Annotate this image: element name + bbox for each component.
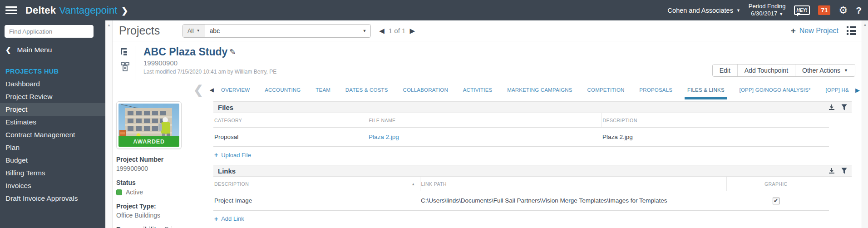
search-filter-dropdown[interactable]: All ▼	[183, 25, 205, 37]
link-path-cell: C:\Users\linds\Documents\Full Sail Partn…	[420, 191, 726, 211]
status-label: Status	[116, 179, 213, 186]
tab-dates-costs[interactable]: DATES & COSTS	[345, 80, 388, 99]
project-info-panel: AWARDED Project Number 199900900 Status …	[116, 101, 213, 228]
top-app-bar: Deltek Vantagepoint ❯ Cohen and Associat…	[0, 0, 868, 20]
sidebar-item-project[interactable]: Project	[0, 103, 105, 116]
file-category-cell: Proposal	[213, 128, 368, 147]
tab-activities[interactable]: ACTIVITIES	[463, 80, 493, 99]
main-area: Projects All ▼ ▼ ◀ 1 of 1 ▶	[113, 20, 862, 228]
edit-pencil-icon[interactable]: ✎	[229, 47, 236, 57]
responsibility-value: Prime	[164, 226, 181, 228]
links-col-description[interactable]: DESCRIPTION▲	[213, 177, 420, 191]
project-type-label: Project Type:	[116, 203, 213, 210]
tab-team[interactable]: TEAM	[316, 80, 330, 99]
sidebar-scrollbar[interactable]: ▲	[105, 20, 113, 228]
notification-count-badge[interactable]: 71	[818, 5, 830, 15]
scroll-up-arrow-icon[interactable]: ▲	[106, 23, 112, 27]
add-link-button[interactable]: + Add Link	[213, 211, 852, 223]
files-links-content: Files	[213, 101, 862, 228]
other-actions-button[interactable]: Other Actions ▼	[795, 64, 855, 76]
file-description-cell: Plaza 2.jpg	[602, 128, 829, 147]
chevron-down-icon: ▼	[197, 29, 200, 33]
tab-opp-h-truncated[interactable]: [OPP] H&	[826, 80, 849, 99]
sort-ascending-icon: ▲	[411, 182, 415, 186]
upload-file-label: Upload File	[221, 152, 251, 159]
tabs-scroll-right-icon[interactable]: ▶	[855, 87, 860, 94]
upload-file-button[interactable]: + Upload File	[213, 147, 852, 159]
project-number-value: 199900900	[116, 165, 213, 172]
add-touchpoint-button[interactable]: Add Touchpoint	[737, 64, 795, 76]
file-name-link[interactable]: Plaza 2.jpg	[369, 134, 399, 140]
list-view-icon[interactable]	[847, 26, 856, 35]
sidebar-item-draft-invoice-approvals[interactable]: Draft Invoice Approvals	[0, 192, 105, 205]
project-search-input[interactable]	[205, 25, 371, 37]
gear-icon[interactable]: ⚙	[838, 5, 848, 15]
previous-record-icon[interactable]: ◀	[379, 27, 385, 35]
sidebar-item-plan[interactable]: Plan	[0, 141, 105, 154]
project-photo-card: AWARDED	[116, 101, 182, 149]
main-scrollbar[interactable]: ▲	[862, 20, 868, 228]
company-name: Cohen and Associates	[668, 7, 733, 14]
tab-opp-gonogo-analysis[interactable]: [OPP] GO/NOGO ANALYSIS*	[740, 80, 811, 99]
project-action-buttons: Edit Add Touchpoint Other Actions ▼	[712, 64, 855, 77]
filter-icon[interactable]	[841, 168, 847, 174]
status-value: Active	[126, 188, 143, 196]
sidebar-item-contract-management[interactable]: Contract Management	[0, 129, 105, 141]
links-section-title: Links	[218, 167, 236, 175]
sidebar-item-dashboard[interactable]: Dashboard	[0, 78, 105, 90]
export-download-icon[interactable]	[829, 104, 835, 110]
project-search-group: All ▼ ▼	[182, 24, 371, 38]
org-chart-icon[interactable]	[121, 62, 130, 71]
sidebar-section-projects-hub: PROJECTS HUB	[0, 56, 105, 78]
link-description-cell: Project Image	[213, 191, 420, 211]
tabs-scroll-left-icon[interactable]: ❮	[193, 83, 203, 97]
new-project-button[interactable]: + New Project	[791, 26, 838, 35]
search-dropdown-icon[interactable]: ▼	[362, 29, 366, 33]
brand-logo: Deltek Vantagepoint ❯	[25, 5, 128, 16]
period-ending-selector[interactable]: Period Ending 6/30/2017▼	[749, 3, 786, 18]
filter-icon[interactable]	[841, 104, 847, 110]
edit-button[interactable]: Edit	[713, 64, 737, 76]
files-col-file-name[interactable]: FILE NAME	[368, 113, 602, 128]
project-tabs-bar: ❮ ◀ OVERVIEW ACCOUNTING TEAM DATES & COS…	[113, 80, 862, 99]
sidebar-item-estimates[interactable]: Estimates	[0, 116, 105, 129]
help-icon[interactable]: ?	[856, 5, 862, 16]
project-header: ABC Plaza Study ✎ 199900900 Last modifie…	[113, 41, 862, 80]
tab-overview[interactable]: OVERVIEW	[221, 80, 250, 99]
app-window: Deltek Vantagepoint ❯ Cohen and Associat…	[0, 0, 868, 228]
search-filter-value: All	[187, 28, 193, 34]
hierarchy-tree-icon[interactable]	[121, 48, 130, 56]
project-number: 199900900	[143, 59, 276, 67]
sidebar-item-invoices[interactable]: Invoices	[0, 179, 105, 192]
links-col-graphic[interactable]: GRAPHIC	[726, 177, 829, 191]
responsibility-label: Responsibility:	[116, 226, 162, 228]
chevron-left-icon: ❮	[5, 46, 11, 54]
tab-marketing-campaigns[interactable]: MARKETING CAMPAIGNS	[507, 80, 572, 99]
tab-collaboration[interactable]: COLLABORATION	[403, 80, 448, 99]
main-menu-back[interactable]: ❮ Main Menu	[0, 38, 105, 56]
plus-icon: +	[791, 26, 796, 35]
tab-files-links[interactable]: FILES & LINKS	[687, 80, 725, 99]
scroll-up-arrow-icon[interactable]: ▲	[862, 23, 868, 27]
company-selector[interactable]: Cohen and Associates ▼	[668, 7, 740, 14]
tab-proposals[interactable]: PROPOSALS	[639, 80, 672, 99]
tab-competition[interactable]: COMPETITION	[587, 80, 625, 99]
files-col-description[interactable]: DESCRIPTION	[602, 113, 829, 128]
sidebar-item-project-review[interactable]: Project Review	[0, 90, 105, 103]
export-download-icon[interactable]	[829, 168, 835, 174]
links-col-link-path[interactable]: LINK PATH	[420, 177, 726, 191]
next-record-icon[interactable]: ▶	[409, 27, 415, 35]
files-section-title: Files	[218, 104, 233, 111]
record-pager: ◀ 1 of 1 ▶	[379, 27, 415, 35]
graphic-checkbox[interactable]	[773, 198, 779, 204]
links-table-row: Project Image C:\Users\linds\Documents\F…	[213, 191, 829, 211]
sidebar-item-billing-terms[interactable]: Billing Terms	[0, 167, 105, 179]
tab-accounting[interactable]: ACCOUNTING	[265, 80, 301, 99]
files-col-category[interactable]: CATEGORY	[213, 113, 368, 128]
hey-notifications-icon[interactable]: HEY!	[794, 5, 810, 15]
hamburger-menu-icon[interactable]	[5, 6, 17, 14]
sidebar-item-budget[interactable]: Budget	[0, 154, 105, 167]
find-application-input[interactable]	[5, 25, 94, 38]
page-title: Projects	[119, 24, 160, 37]
tab-previous-arrow-icon[interactable]: ◀	[210, 87, 214, 93]
